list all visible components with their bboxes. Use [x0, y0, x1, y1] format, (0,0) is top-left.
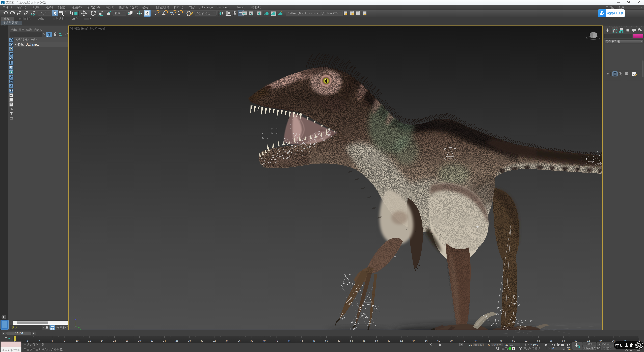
svg-text:∠: ∠ [162, 10, 166, 16]
svg-text:Y:: Y: [487, 343, 490, 346]
svg-text:12: 12 [88, 339, 91, 342]
svg-text:88: 88 [562, 339, 565, 342]
svg-text:60: 60 [388, 339, 390, 342]
svg-text:0.0: 0.0 [510, 343, 513, 346]
svg-text:-3843.74: -3843.74 [492, 343, 501, 346]
svg-text:42: 42 [275, 339, 278, 342]
svg-text:84: 84 [537, 339, 540, 342]
svg-text:3556.424: 3556.424 [473, 343, 484, 346]
svg-text:50: 50 [325, 339, 328, 342]
svg-text:78: 78 [500, 339, 502, 342]
svg-text:20: 20 [138, 339, 141, 342]
svg-text:64: 64 [412, 339, 415, 342]
svg-text:%: % [170, 10, 174, 16]
svg-text:94: 94 [600, 339, 602, 342]
svg-text:58: 58 [375, 339, 378, 342]
svg-text:18: 18 [126, 339, 128, 342]
svg-text:68: 68 [438, 339, 440, 342]
svg-text:10: 10 [76, 339, 78, 342]
svg-text:34: 34 [226, 339, 228, 342]
svg-text:26: 26 [176, 339, 178, 342]
svg-text:66: 66 [425, 339, 428, 342]
svg-text:62: 62 [400, 339, 403, 342]
svg-text:2: 2 [26, 339, 28, 342]
svg-text:92: 92 [587, 339, 590, 342]
svg-text:72: 72 [462, 339, 465, 342]
svg-text:30: 30 [200, 339, 203, 342]
svg-text:28: 28 [188, 339, 191, 342]
svg-text:= 10.0: = 10.0 [530, 343, 538, 346]
svg-text:48: 48 [312, 339, 316, 342]
svg-text:6: 6 [52, 339, 53, 342]
svg-text:14: 14 [100, 339, 104, 342]
svg-text:1: 1 [513, 347, 514, 350]
svg-text:38: 38 [250, 339, 253, 342]
svg-text:54: 54 [350, 339, 353, 342]
svg-text:0 / 100: 0 / 100 [15, 332, 23, 335]
svg-text:74: 74 [475, 339, 478, 342]
svg-text:Z: Z [75, 319, 76, 322]
svg-text:86: 86 [550, 339, 552, 342]
svg-text:40: 40 [263, 339, 266, 342]
svg-text:36: 36 [238, 339, 241, 342]
svg-text:Z:: Z: [506, 343, 508, 346]
svg-text:3: 3 [154, 10, 156, 16]
svg-text:32: 32 [213, 339, 216, 342]
svg-text:Utahraptor: Utahraptor [26, 43, 40, 46]
svg-text:4: 4 [39, 339, 40, 342]
svg-text:22: 22 [150, 339, 154, 342]
svg-text:X:: X: [469, 343, 472, 346]
svg-text:70: 70 [450, 339, 453, 342]
svg-text:56: 56 [362, 339, 366, 342]
svg-text:96: 96 [612, 339, 615, 342]
svg-text:y: y [80, 328, 81, 330]
svg-text:44: 44 [288, 339, 291, 342]
svg-text:46: 46 [300, 339, 303, 342]
svg-text:3: 3 [2, 1, 4, 4]
svg-text:16: 16 [113, 339, 116, 342]
svg-text:24: 24 [163, 339, 166, 342]
svg-text:52: 52 [338, 339, 340, 342]
svg-text:82: 82 [524, 339, 528, 342]
svg-text:8: 8 [64, 339, 65, 342]
svg-text:90: 90 [574, 339, 578, 342]
svg-text:0: 0 [552, 347, 554, 350]
svg-text:76: 76 [487, 339, 490, 342]
svg-text:80: 80 [512, 339, 515, 342]
